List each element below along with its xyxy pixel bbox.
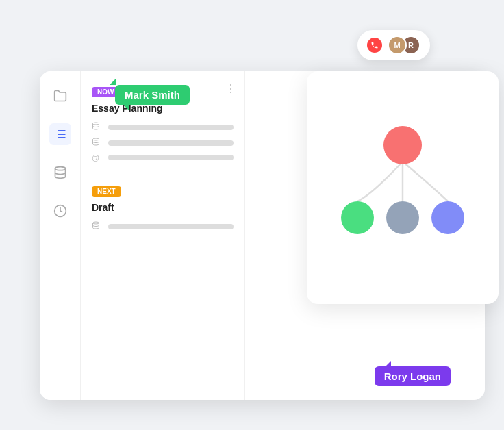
svg-point-6: [55, 167, 65, 170]
sidebar-item-database[interactable]: [49, 162, 71, 184]
sidebar-item-clock[interactable]: [49, 200, 71, 222]
draft-title: Draft: [92, 202, 234, 213]
rory-logan-label: Rory Logan: [375, 366, 451, 386]
task-row-at: @: [92, 153, 234, 162]
task-row-db2: [92, 138, 234, 148]
task-row-db1: [92, 122, 234, 132]
avatar-person1: M: [388, 36, 407, 55]
task-bar-2: [108, 140, 234, 146]
sidebar: [40, 71, 81, 400]
svg-point-10: [93, 222, 99, 224]
tree-node-root: [383, 126, 422, 164]
call-avatars: M R: [388, 36, 420, 55]
call-pill[interactable]: M R: [357, 30, 430, 60]
tree-graph-panel: [307, 71, 499, 304]
next-badge: NEXT: [92, 184, 234, 202]
tree-graph: [327, 112, 478, 263]
db-icon-3: [92, 221, 103, 231]
task-bar-4: [108, 224, 234, 229]
phone-icon: [367, 38, 382, 53]
task-row-db3: [92, 221, 234, 231]
sidebar-item-folder[interactable]: [49, 85, 71, 107]
svg-point-8: [93, 123, 99, 125]
mark-smith-label: Mark Smith: [115, 85, 190, 105]
tree-node-child1: [341, 201, 374, 234]
task-divider: [92, 173, 234, 173]
tree-node-child2: [386, 201, 419, 234]
task-bar-1: [108, 125, 234, 130]
db-icon-2: [92, 138, 103, 148]
tree-node-child3: [431, 201, 464, 234]
dots-menu-button[interactable]: ⋮: [225, 82, 236, 95]
svg-point-9: [93, 138, 99, 140]
task-panel: ⋮ NOW Essay Planning: [81, 71, 245, 400]
task-bar-3: [108, 155, 234, 160]
at-icon: @: [92, 153, 103, 162]
sidebar-item-list[interactable]: [49, 123, 71, 145]
db-icon-1: [92, 122, 103, 132]
